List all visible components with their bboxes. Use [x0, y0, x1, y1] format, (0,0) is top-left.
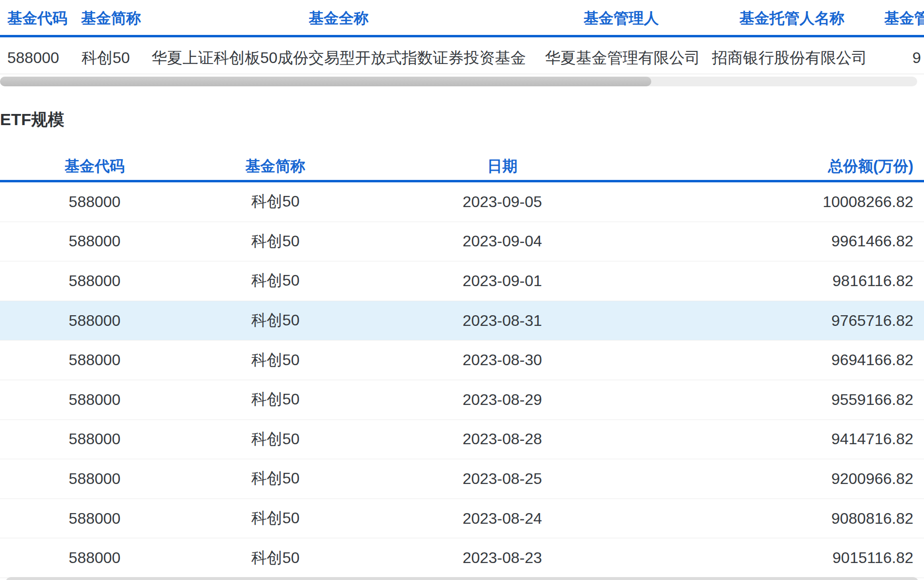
- cell-truncated-value: 9: [912, 47, 921, 69]
- cell-fund-code: 588000: [0, 193, 189, 211]
- horizontal-scrollbar-thumb[interactable]: [0, 77, 651, 86]
- horizontal-scrollbar-track[interactable]: [0, 77, 917, 86]
- col-header-fund-custodian: 基金托管人名称: [740, 8, 845, 29]
- table-row[interactable]: 588000 科创50 2023-08-30 9694166.82: [0, 340, 924, 380]
- cell-fund-short-name: 科创50: [189, 508, 362, 529]
- cell-date: 2023-08-28: [362, 430, 643, 448]
- table-row[interactable]: 588000 科创50 2023-08-24 9080816.82: [0, 499, 924, 539]
- table-row[interactable]: 588000 科创50 2023-08-31 9765716.82: [0, 301, 924, 341]
- cell-fund-short-name: 科创50: [82, 47, 130, 69]
- cell-fund-full-name: 华夏上证科创板50成份交易型开放式指数证券投资基金: [151, 47, 526, 69]
- cell-total-shares: 9816116.82: [643, 272, 924, 290]
- cell-fund-code: 588000: [0, 470, 189, 488]
- cell-fund-code: 588000: [0, 272, 189, 290]
- cell-fund-short-name: 科创50: [189, 429, 362, 450]
- cell-total-shares: 9414716.82: [643, 430, 924, 448]
- cell-fund-short-name: 科创50: [189, 468, 362, 489]
- cell-date: 2023-08-25: [362, 470, 643, 488]
- col-header-total-shares: 总份额(万份): [643, 156, 924, 177]
- cell-fund-code: 588000: [7, 47, 59, 69]
- cell-fund-short-name: 科创50: [189, 548, 362, 569]
- table-row[interactable]: 588000 科创50 2023-09-01 9816116.82: [0, 261, 924, 301]
- etf-table-header-row: 基金代码 基金简称 日期 总份额(万份): [0, 153, 924, 180]
- cell-fund-code: 588000: [0, 510, 189, 528]
- cell-date: 2023-08-29: [362, 391, 643, 409]
- cell-total-shares: 9694166.82: [643, 351, 924, 369]
- table-row[interactable]: 588000 科创50 2023-09-05 10008266.82: [0, 182, 924, 222]
- col-header-fund-code: 基金代码: [0, 156, 189, 177]
- cell-fund-code: 588000: [0, 351, 189, 369]
- cell-fund-code: 588000: [0, 430, 189, 448]
- cell-fund-short-name: 科创50: [189, 350, 362, 371]
- cell-total-shares: 9200966.82: [643, 470, 924, 488]
- cell-fund-short-name: 科创50: [189, 310, 362, 331]
- cell-fund-short-name: 科创50: [189, 389, 362, 410]
- etf-scale-table-body: 588000 科创50 2023-09-05 10008266.82 58800…: [0, 182, 924, 578]
- page: 基金代码 基金简称 基金全称 基金管理人 基金托管人名称 基金管 588000 …: [0, 0, 924, 580]
- cell-date: 2023-09-05: [362, 193, 643, 211]
- table-row[interactable]: 588000 科创50 2023-08-29 9559166.82: [0, 380, 924, 420]
- table-row[interactable]: 588000 科创50 2023-08-23 9015116.82: [0, 538, 924, 578]
- table-row[interactable]: 588000 科创50 2023-08-25 9200966.82: [0, 459, 924, 499]
- cell-total-shares: 9015116.82: [643, 549, 924, 567]
- col-header-date: 日期: [362, 156, 643, 177]
- cell-date: 2023-09-04: [362, 232, 643, 250]
- col-header-fund-manager: 基金管理人: [584, 8, 659, 29]
- etf-scale-table: 基金代码 基金简称 日期 总份额(万份) 588000 科创50 2023-09…: [0, 153, 924, 578]
- cell-fund-code: 588000: [0, 549, 189, 567]
- row-divider: [0, 74, 924, 74]
- bottom-horizontal-scrollbar[interactable]: [6, 577, 918, 580]
- fund-info-table: 基金代码 基金简称 基金全称 基金管理人 基金托管人名称 基金管 588000 …: [0, 0, 924, 88]
- cell-date: 2023-09-01: [362, 272, 643, 290]
- cell-fund-manager: 华夏基金管理有限公司: [545, 47, 700, 69]
- cell-total-shares: 9559166.82: [643, 391, 924, 409]
- cell-fund-short-name: 科创50: [189, 231, 362, 252]
- col-header-fund-full-name: 基金全称: [309, 8, 369, 29]
- table-row[interactable]: 588000 科创50 2023-08-28 9414716.82: [0, 420, 924, 460]
- header-underline: [0, 35, 924, 37]
- col-header-fund-short-name: 基金简称: [189, 156, 362, 177]
- cell-fund-short-name: 科创50: [189, 270, 362, 291]
- cell-total-shares: 9080816.82: [643, 510, 924, 528]
- cell-date: 2023-08-31: [362, 312, 643, 330]
- cell-date: 2023-08-24: [362, 510, 643, 528]
- cell-date: 2023-08-23: [362, 549, 643, 567]
- cell-fund-code: 588000: [0, 312, 189, 330]
- cell-fund-short-name: 科创50: [189, 191, 362, 212]
- col-header-fund-short-name: 基金简称: [81, 8, 141, 29]
- cell-fund-code: 588000: [0, 391, 189, 409]
- table-row[interactable]: 588000 科创50 2023-09-04 9961466.82: [0, 222, 924, 262]
- col-header-truncated: 基金管: [884, 8, 924, 29]
- cell-total-shares: 10008266.82: [643, 193, 924, 211]
- cell-fund-custodian: 招商银行股份有限公司: [712, 47, 867, 69]
- col-header-fund-code: 基金代码: [7, 8, 67, 29]
- cell-total-shares: 9961466.82: [643, 232, 924, 250]
- cell-date: 2023-08-30: [362, 351, 643, 369]
- cell-fund-code: 588000: [0, 232, 189, 250]
- section-title: ETF规模: [0, 109, 64, 130]
- cell-total-shares: 9765716.82: [643, 312, 924, 330]
